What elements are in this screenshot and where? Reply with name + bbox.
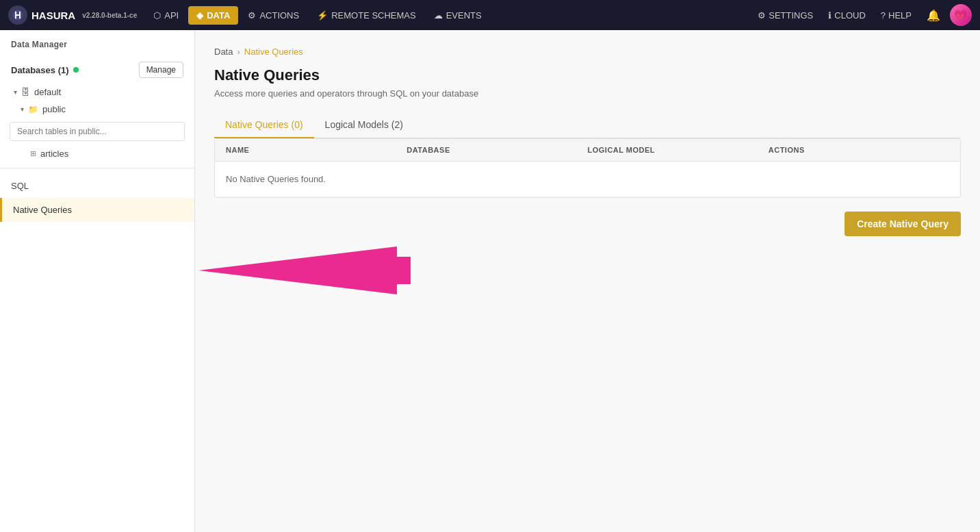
nav-data-label: DATA bbox=[207, 10, 230, 21]
settings-icon: ⚙ bbox=[758, 10, 766, 21]
help-nav-item[interactable]: ? HELP bbox=[875, 8, 917, 23]
table-empty-message: No Native Queries found. bbox=[215, 162, 960, 197]
sidebar-item-native-queries[interactable]: Native Queries bbox=[0, 198, 194, 222]
databases-text: Databases (1) bbox=[11, 65, 69, 75]
chevron-down-icon: ▾ bbox=[21, 105, 24, 113]
events-icon: ☁ bbox=[434, 10, 443, 21]
tab-native-queries[interactable]: Native Queries (0) bbox=[214, 112, 314, 138]
breadcrumb-data-link[interactable]: Data bbox=[214, 47, 233, 57]
data-manager-header: Data Manager bbox=[0, 30, 194, 56]
sidebar-divider bbox=[0, 168, 194, 168]
nav-remote-schemas[interactable]: ⚡ REMOTE SCHEMAS bbox=[309, 6, 424, 25]
page-title: Native Queries bbox=[214, 66, 961, 84]
top-nav: HASURA v2.28.0-beta.1-ce ⬡ API ◈ DATA ⚙ … bbox=[0, 0, 980, 30]
logo-text: HASURA bbox=[31, 10, 75, 21]
api-icon: ⬡ bbox=[153, 10, 161, 21]
public-schema-label: public bbox=[42, 104, 66, 114]
settings-label: SETTINGS bbox=[769, 10, 813, 21]
settings-nav-item[interactable]: ⚙ SETTINGS bbox=[752, 8, 818, 23]
nav-actions-label: ACTIONS bbox=[259, 10, 299, 21]
col-actions: ACTIONS bbox=[769, 146, 949, 154]
help-label: HELP bbox=[888, 10, 912, 21]
cloud-label: CLOUD bbox=[834, 10, 866, 21]
manage-button[interactable]: Manage bbox=[139, 62, 183, 78]
queries-table: NAME DATABASE LOGICAL MODEL ACTIONS No N… bbox=[214, 138, 961, 198]
tab-logical-models[interactable]: Logical Models (2) bbox=[314, 112, 414, 138]
nav-events-label: EVENTS bbox=[446, 10, 482, 21]
nav-items: ⬡ API ◈ DATA ⚙ ACTIONS ⚡ REMOTE SCHEMAS … bbox=[145, 6, 752, 25]
app-layout: Data Manager Databases (1) Manage ▾ 🗄 de… bbox=[0, 30, 980, 532]
database-icon: 🗄 bbox=[21, 87, 30, 97]
folder-icon: 📁 bbox=[28, 105, 38, 114]
sidebar-tree-default[interactable]: ▾ 🗄 default bbox=[0, 84, 194, 101]
nav-data[interactable]: ◈ DATA bbox=[188, 6, 238, 25]
cloud-icon: ℹ bbox=[828, 10, 831, 21]
version-text: v2.28.0-beta.1-ce bbox=[82, 12, 137, 19]
cloud-nav-item[interactable]: ℹ CLOUD bbox=[823, 8, 871, 23]
default-db-label: default bbox=[34, 87, 61, 97]
breadcrumb-current: Native Queries bbox=[244, 47, 303, 57]
page-description: Access more queries and operators throug… bbox=[214, 88, 961, 99]
logo[interactable]: HASURA v2.28.0-beta.1-ce bbox=[8, 5, 137, 25]
breadcrumb: Data › Native Queries bbox=[214, 47, 961, 57]
sidebar: Data Manager Databases (1) Manage ▾ 🗄 de… bbox=[0, 30, 195, 532]
databases-row: Databases (1) Manage bbox=[0, 56, 194, 84]
col-database: DATABASE bbox=[407, 146, 587, 154]
main-content: Data › Native Queries Native Queries Acc… bbox=[195, 30, 980, 532]
table-header: NAME DATABASE LOGICAL MODEL ACTIONS bbox=[215, 139, 960, 162]
logo-icon bbox=[8, 5, 27, 25]
sql-nav-label: SQL bbox=[11, 181, 29, 191]
help-icon: ? bbox=[881, 10, 886, 21]
tabs: Native Queries (0) Logical Models (2) bbox=[214, 112, 961, 138]
sidebar-tree-articles[interactable]: ⊞ articles bbox=[0, 145, 194, 162]
nav-remote-schemas-label: REMOTE SCHEMAS bbox=[331, 10, 416, 21]
status-dot bbox=[73, 67, 79, 73]
databases-label: Databases (1) bbox=[11, 65, 79, 75]
sidebar-tree-public[interactable]: ▾ 📁 public bbox=[0, 101, 194, 118]
create-native-query-button[interactable]: Create Native Query bbox=[844, 212, 961, 236]
data-icon: ◈ bbox=[196, 10, 203, 21]
chevron-down-icon: ▾ bbox=[14, 88, 17, 96]
sidebar-item-sql[interactable]: SQL bbox=[0, 174, 194, 198]
table-icon: ⊞ bbox=[30, 149, 36, 158]
nav-api[interactable]: ⬡ API bbox=[145, 6, 187, 25]
nav-actions[interactable]: ⚙ ACTIONS bbox=[240, 6, 307, 25]
col-logical-model: LOGICAL MODEL bbox=[588, 146, 769, 154]
user-avatar[interactable]: 💗 bbox=[950, 4, 972, 26]
remote-schemas-icon: ⚡ bbox=[317, 10, 328, 21]
nav-events[interactable]: ☁ EVENTS bbox=[426, 6, 490, 25]
articles-table-label: articles bbox=[40, 149, 68, 159]
create-button-row: Create Native Query bbox=[214, 212, 961, 236]
actions-icon: ⚙ bbox=[248, 10, 256, 21]
native-queries-nav-label: Native Queries bbox=[13, 205, 72, 215]
nav-api-label: API bbox=[164, 10, 179, 21]
nav-right: ⚙ SETTINGS ℹ CLOUD ? HELP 🔔 💗 bbox=[752, 4, 972, 26]
search-input[interactable] bbox=[10, 122, 185, 141]
col-name: NAME bbox=[226, 146, 407, 154]
breadcrumb-separator: › bbox=[237, 47, 240, 57]
notifications-bell[interactable]: 🔔 bbox=[921, 6, 946, 25]
